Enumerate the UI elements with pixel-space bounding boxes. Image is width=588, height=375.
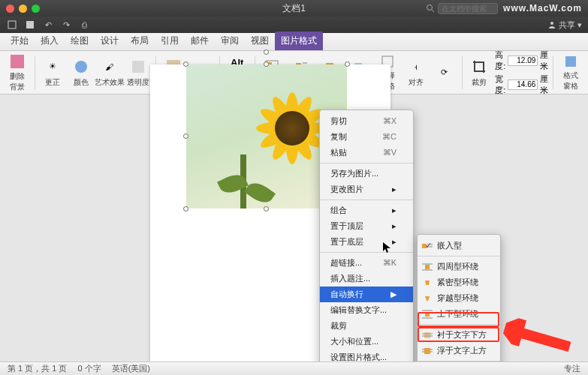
menu-bring-to-front[interactable]: 置于顶层▸ bbox=[320, 218, 413, 234]
wrap-tight-icon bbox=[421, 278, 433, 288]
tab-picture-format[interactable]: 图片格式 bbox=[275, 32, 323, 50]
status-language[interactable]: 英语(美国) bbox=[112, 363, 150, 374]
maximize-window-icon[interactable] bbox=[32, 4, 40, 13]
tab-references[interactable]: 引用 bbox=[155, 32, 185, 50]
menu-change-picture[interactable]: 更改图片▸ bbox=[320, 182, 413, 197]
menu-send-to-back[interactable]: 置于底层▸ bbox=[320, 234, 413, 250]
context-menu: 剪切⌘X 复制⌘C 粘贴⌘V 另存为图片... 更改图片▸ 组合▸ 置于顶层▸ … bbox=[319, 110, 414, 375]
wrap-text-submenu: ✓嵌入型 四周型环绕 紧密型环绕 穿越型环绕 上下型环绕 衬于文字下方 浮于文字… bbox=[417, 234, 501, 375]
transparency-button[interactable]: 透明度 bbox=[125, 54, 151, 92]
menu-paste[interactable]: 粘贴⌘V bbox=[320, 145, 413, 160]
corrections-button[interactable]: ☀更正 bbox=[40, 54, 65, 92]
menu-group[interactable]: 组合▸ bbox=[320, 202, 413, 218]
wrap-behind-text[interactable]: 衬于文字下方 bbox=[418, 327, 500, 343]
svg-rect-31 bbox=[425, 312, 430, 316]
tab-layout[interactable]: 布局 bbox=[125, 32, 155, 50]
window-controls bbox=[0, 4, 40, 13]
menu-hyperlink[interactable]: 超链接...⌘K bbox=[320, 255, 413, 271]
menu-size-and-position[interactable]: 大小和位置... bbox=[320, 334, 413, 350]
svg-marker-29 bbox=[425, 296, 430, 301]
width-input[interactable] bbox=[508, 80, 538, 90]
wrap-behind-icon bbox=[421, 330, 433, 340]
tab-insert[interactable]: 插入 bbox=[35, 32, 65, 50]
redo-icon[interactable]: ↷ bbox=[60, 19, 72, 31]
wrap-inline[interactable]: ✓嵌入型 bbox=[418, 238, 500, 254]
svg-point-6 bbox=[75, 61, 87, 73]
status-word-count[interactable]: 0 个字 bbox=[77, 363, 101, 374]
tab-review[interactable]: 审阅 bbox=[215, 32, 245, 50]
home-icon[interactable] bbox=[6, 19, 18, 31]
tab-design[interactable]: 设计 bbox=[95, 32, 125, 50]
svg-rect-5 bbox=[11, 55, 24, 68]
search-input[interactable] bbox=[438, 3, 498, 14]
align-button[interactable]: ⫞对齐 bbox=[403, 54, 429, 92]
menu-copy[interactable]: 复制⌘C bbox=[320, 129, 413, 145]
wrap-infront-icon bbox=[421, 346, 433, 356]
wrap-topbottom-icon bbox=[421, 309, 433, 320]
close-window-icon[interactable] bbox=[6, 4, 14, 13]
svg-point-4 bbox=[550, 22, 553, 25]
svg-rect-22 bbox=[422, 244, 427, 248]
menu-crop[interactable]: 裁剪 bbox=[320, 318, 413, 334]
size-box: 高度:厘米 宽度:厘米 bbox=[495, 50, 548, 96]
rotate-button[interactable]: ⟳ bbox=[432, 54, 457, 92]
status-focus[interactable]: 专注 bbox=[564, 363, 580, 374]
tab-home[interactable]: 开始 bbox=[5, 32, 35, 50]
search-icon bbox=[426, 4, 435, 13]
wrap-square-icon bbox=[421, 262, 433, 272]
person-icon bbox=[547, 20, 556, 29]
svg-rect-21 bbox=[565, 56, 576, 67]
menu-cut[interactable]: 剪切⌘X bbox=[320, 113, 413, 129]
height-input[interactable] bbox=[508, 56, 538, 66]
color-button[interactable]: 颜色 bbox=[68, 54, 94, 92]
svg-rect-33 bbox=[424, 332, 430, 338]
wrap-through[interactable]: 穿越型环绕 bbox=[418, 290, 500, 306]
save-icon[interactable] bbox=[24, 19, 36, 31]
svg-rect-2 bbox=[8, 21, 16, 28]
wrap-tight[interactable]: 紧密型环绕 bbox=[418, 274, 500, 290]
print-icon[interactable]: ⎙ bbox=[78, 19, 90, 31]
menu-edit-alt-text[interactable]: 编辑替换文字... bbox=[320, 302, 413, 318]
tab-view[interactable]: 视图 bbox=[245, 32, 275, 50]
wrap-inline-icon bbox=[421, 241, 433, 251]
svg-rect-25 bbox=[425, 265, 430, 269]
status-bar: 第 1 页，共 1 页 0 个字 英语(美国) 专注 bbox=[0, 362, 588, 375]
artistic-effects-button[interactable]: 🖌艺术效果 bbox=[97, 54, 122, 92]
minimize-window-icon[interactable] bbox=[19, 4, 27, 13]
cursor-icon bbox=[383, 242, 392, 254]
menu-save-as-picture[interactable]: 另存为图片... bbox=[320, 166, 413, 182]
ribbon-tabs: 开始 插入 绘图 设计 布局 引用 邮件 审阅 视图 图片格式 bbox=[0, 33, 588, 51]
share-button[interactable]: 共享 ▾ bbox=[547, 20, 582, 31]
height-label: 高度: bbox=[495, 50, 505, 72]
wrap-in-front-text[interactable]: 浮于文字上方 bbox=[418, 343, 500, 358]
remove-background-button[interactable]: 删除 背景 bbox=[5, 54, 30, 92]
search-wrap bbox=[426, 3, 498, 14]
menu-insert-caption[interactable]: 插入题注... bbox=[320, 271, 413, 286]
undo-icon[interactable]: ↶ bbox=[42, 19, 54, 31]
svg-rect-3 bbox=[26, 21, 34, 28]
rotate-handle[interactable] bbox=[264, 50, 269, 55]
document-title: 文档1 bbox=[282, 2, 306, 15]
tab-mailings[interactable]: 邮件 bbox=[185, 32, 215, 50]
wrap-square[interactable]: 四周型环绕 bbox=[418, 259, 500, 274]
share-label: 共享 bbox=[559, 20, 575, 31]
svg-marker-28 bbox=[425, 280, 430, 285]
svg-line-1 bbox=[432, 10, 434, 12]
titlebar: 文档1 www.MacW.com bbox=[0, 0, 588, 16]
watermark: www.MacW.com bbox=[503, 3, 582, 14]
quick-access-toolbar: ↶ ↷ ⎙ 共享 ▾ bbox=[0, 16, 588, 33]
width-label: 宽度: bbox=[495, 74, 505, 96]
format-pane-button[interactable]: 格式 窗格 bbox=[558, 54, 583, 92]
svg-rect-7 bbox=[132, 61, 144, 73]
wrap-top-bottom[interactable]: 上下型环绕 bbox=[418, 306, 500, 322]
tab-draw[interactable]: 绘图 bbox=[65, 32, 95, 50]
crop-button[interactable]: 裁剪 bbox=[466, 54, 492, 92]
svg-rect-38 bbox=[424, 348, 430, 354]
wrap-through-icon bbox=[421, 293, 433, 304]
svg-point-0 bbox=[427, 5, 433, 10]
menu-wrap-text[interactable]: 自动换行▶ bbox=[320, 286, 413, 302]
status-page[interactable]: 第 1 页，共 1 页 bbox=[8, 363, 67, 374]
